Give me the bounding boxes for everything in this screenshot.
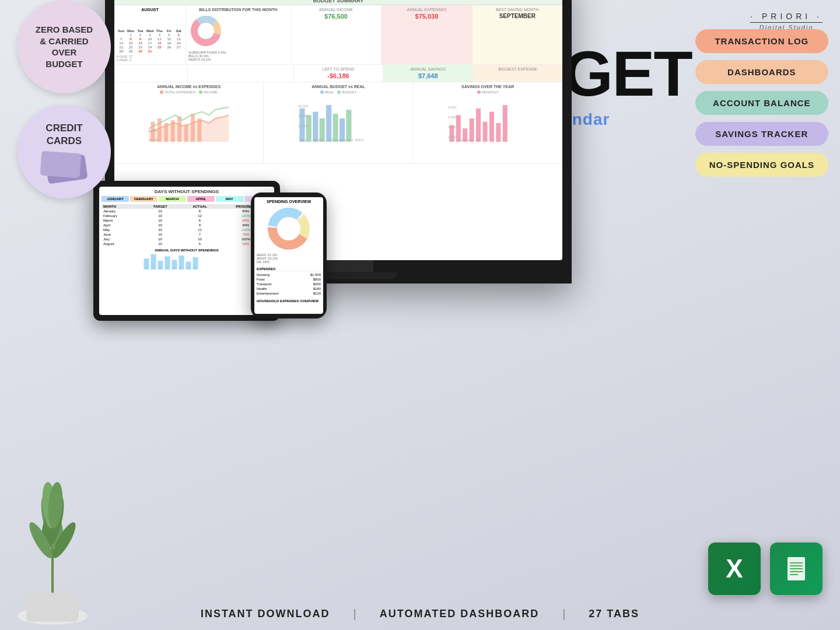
annual-income-stat: ANNUAL INCOME $76,500 [291,5,382,64]
svg-rect-80 [790,568,803,569]
right-badges: TRANSACTION LOG DASHBOARDS ACCOUNT BALAN… [695,29,828,177]
svg-rect-79 [790,565,803,566]
svg-rect-9 [177,117,181,142]
annual-bars-svg: J F M A M J J A [102,252,272,270]
svg-rect-78 [790,562,803,564]
svg-text:5,000: 5,000 [149,129,157,132]
svg-point-3 [200,25,212,37]
feature-transaction-log: TRANSACTION LOG [695,29,828,53]
svg-rect-39 [502,105,507,142]
callout-zero-based: ZERO BASED & CARRIED OVER BUDGET [18,0,111,93]
svg-rect-69 [26,593,79,622]
table-row: July1010100% [102,237,272,242]
svg-rect-36 [482,122,487,142]
app-icons: X [708,542,822,595]
annual-expenses-stat: ANNUAL EXPENSES $75,038 [382,5,472,64]
phone-device: SPENDING OVERVIEW NEED 31.2% WANT 25.2% … [251,192,327,318]
empty-stat2 [188,65,294,82]
brand-dots: · PRIORI · [750,12,822,21]
bills-distribution-col: BILLS DISTRIBUTION FOR THIS MONTH SUBSCR… [186,5,291,64]
feature-dashboards: DASHBOARDS [695,60,828,84]
bottom-bar: INSTANT DOWNLOAD | AUTOMATED DASHBOARD |… [0,598,840,630]
credit-cards-icon [41,152,88,181]
best-saving-month-stat: BEST SAVING MONTH SEPTEMBER [473,5,562,64]
svg-text:M: M [159,267,161,270]
svg-text:DEBTS: DEBTS [355,139,364,142]
svg-text:J: J [187,267,188,270]
google-sheets-icon [770,542,822,595]
plant-decoration [0,453,105,630]
svg-rect-81 [790,571,803,572]
svg-rect-38 [496,123,501,142]
table-row: April10990% [102,223,272,228]
table-row: January10880% [102,209,272,214]
phone-donut-svg [265,205,312,252]
savings-svg: JAN FEB MAR APR 8,000 6,000 4,000 2,000 [416,95,560,142]
svg-text:4,000: 4,000 [448,125,456,129]
left-callouts: ZERO BASED & CARRIED OVER BUDGET CREDIT … [18,0,134,198]
svg-text:MAR: MAR [467,139,473,142]
svg-text:6,000: 6,000 [448,116,456,119]
budget-summary-label: BUDGET SUMMARY [114,0,562,5]
svg-text:M: M [173,267,175,270]
table-row: February1012120% [102,214,272,218]
svg-rect-11 [191,114,195,142]
stats-row-bottom: LEFT TO SPEND -$6,186 ANNUAL SAVINGS $7,… [114,65,562,82]
svg-rect-35 [476,108,481,142]
feature-account-balance: ACCOUNT BALANCE [695,91,828,115]
svg-point-67 [280,220,298,237]
svg-rect-16 [306,115,312,142]
income-expenses-chart: ANNUAL INCOME vs EXPENSES TOTAL EXPENSES… [114,82,264,163]
bottom-divider-1: | [354,607,356,621]
table-row: June10770% [102,232,272,237]
svg-rect-48 [144,258,149,270]
budget-real-chart: ANNUAL BUDGET vs REAL REAL BUDGET [264,82,413,163]
svg-rect-8 [171,120,175,142]
feature-savings-tracker: SAVINGS TRACKER [695,122,828,146]
svg-rect-37 [489,112,494,142]
bottom-automated-dashboard: AUTOMATED DASHBOARD [380,608,539,620]
svg-rect-82 [790,574,798,575]
svg-text:APR: APR [475,139,481,142]
svg-text:8,000: 8,000 [448,106,456,109]
phone-wrapper: SPENDING OVERVIEW NEED 31.2% WANT 25.2% … [251,192,327,318]
stats-row-top: AUGUST Sun Mon Tue Wed Thu Fri Sat 1 2 [114,5,562,65]
budget-real-svg: BILLS SUBSCR. EXPENSES SAVINGS DEBTS 60,… [266,95,410,142]
bottom-27-tabs: 27 TABS [589,608,639,620]
card-front [40,151,82,178]
sheets-svg [782,554,811,583]
left-to-spend-stat: LEFT TO SPEND -$6,186 [294,65,384,82]
svg-rect-53 [179,256,184,270]
bottom-instant-download: INSTANT DOWNLOAD [201,608,330,620]
savings-chart: SAVINGS OVER THE YEAR MONTHLY [414,82,562,163]
svg-text:40,000: 40,000 [298,114,308,118]
svg-text:SAVINGS: SAVINGS [342,139,354,142]
svg-rect-17 [313,112,318,142]
svg-text:2,000: 2,000 [448,135,456,139]
brand-divider [750,22,822,23]
svg-text:SUBSCR.: SUBSCR. [313,139,325,142]
tablet-table: MONTH TARGET ACTUAL PROGRESS January1088… [102,204,272,246]
bottom-divider-2: | [562,607,565,621]
feature-no-spending-goals: NO-SPENDING GOALS [695,153,828,177]
excel-icon: X [708,542,761,595]
svg-text:JAN: JAN [449,139,454,142]
svg-text:10,000: 10,000 [149,138,159,142]
table-row: May1011110% [102,228,272,232]
svg-rect-12 [198,118,202,142]
annual-savings-stat: ANNUAL SAVINGS $7,648 [383,65,473,82]
svg-text:60,000: 60,000 [298,104,308,108]
charts-row: ANNUAL INCOME vs EXPENSES TOTAL EXPENSES… [114,82,562,164]
svg-rect-19 [326,105,331,142]
svg-rect-32 [456,115,460,142]
svg-text:J: J [180,267,181,270]
tablet-screen: DAYS WITHOUT SPENDINGS JANUARY FEBRUARY … [99,187,274,315]
svg-text:20,000: 20,000 [298,124,308,128]
svg-text:FEB: FEB [458,139,463,142]
svg-rect-22 [346,110,352,142]
callout-credit-cards: CREDIT CARDS [18,105,111,198]
svg-text:BILLS: BILLS [300,139,307,142]
area-chart-svg: 10,000 5,000 [117,95,261,142]
plant-svg [0,453,105,628]
svg-rect-54 [186,262,191,270]
